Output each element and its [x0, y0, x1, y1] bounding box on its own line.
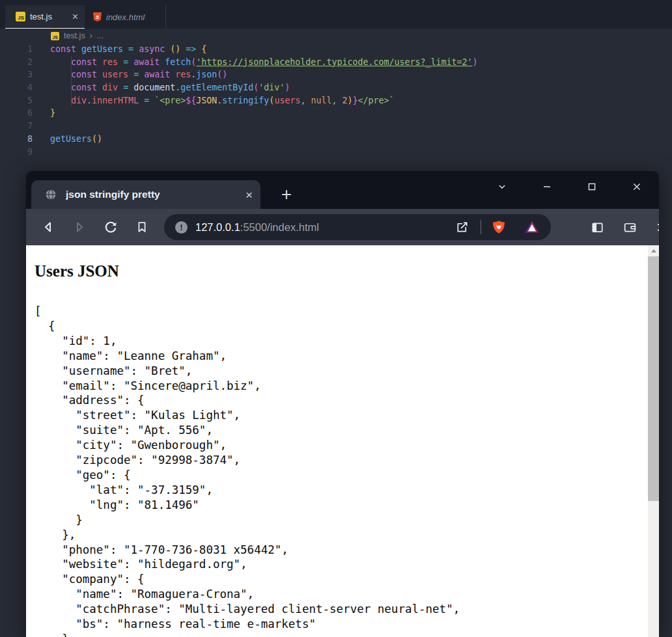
close-icon[interactable]	[629, 179, 645, 195]
json-output: [ { "id": 1, "name": "Leanne Graham", "u…	[35, 304, 460, 637]
breadcrumb-separator-icon: ›	[90, 31, 92, 40]
url-host: 127.0.0.1	[195, 221, 240, 233]
browser-page-content: Users JSON [ { "id": 1, "name": "Leanne …	[26, 245, 659, 637]
address-bar-divider	[481, 220, 481, 234]
line-number: 5	[0, 94, 33, 107]
browser-tab-title: json stringify pretty	[66, 189, 245, 200]
editor-tab-label: test.js	[30, 12, 52, 21]
editor-tab-bar: JS test.js × 5 index.html	[0, 0, 672, 29]
code-line[interactable]: 6}	[0, 107, 672, 120]
minimize-icon[interactable]	[539, 179, 555, 195]
editor-tab-indexhtml[interactable]: 5 index.html	[87, 5, 166, 29]
share-icon[interactable]	[453, 219, 470, 236]
close-tab-icon[interactable]: ×	[245, 189, 253, 201]
maximize-icon[interactable]	[584, 179, 600, 195]
breadcrumb[interactable]: JS test.js › ...	[0, 29, 672, 43]
reload-icon[interactable]	[102, 219, 119, 236]
scrollbar-thumb[interactable]	[648, 256, 659, 501]
line-number: 7	[0, 120, 33, 133]
code-line[interactable]: 4 const div = document.getElementById('d…	[0, 81, 672, 94]
code-line[interactable]: 5 div.innerHTML = `<pre>${JSON.stringify…	[0, 94, 672, 107]
code-line[interactable]: 1const getUsers = async () => {	[0, 43, 672, 56]
site-info-icon[interactable]: !	[175, 221, 188, 234]
js-file-icon: JS	[16, 12, 25, 21]
code-line[interactable]: 2 const res = await fetch('https://jsonp…	[0, 56, 672, 69]
html-file-icon: 5	[93, 12, 102, 21]
code-line[interactable]: 9	[0, 146, 672, 159]
wallet-icon[interactable]	[621, 219, 638, 236]
line-number: 4	[0, 81, 33, 94]
new-tab-button[interactable]: +	[272, 180, 301, 209]
url-text[interactable]: 127.0.0.1:5500/index.html	[195, 221, 319, 234]
breadcrumb-file[interactable]: test.js	[64, 31, 85, 40]
menu-icon[interactable]	[653, 219, 659, 236]
line-number: 9	[0, 146, 33, 159]
browser-toolbar: ! 127.0.0.1:5500/index.html	[26, 209, 659, 245]
browser-tab[interactable]: json stringify pretty ×	[31, 180, 260, 209]
forward-icon[interactable]	[71, 219, 88, 236]
scrollbar[interactable]	[648, 245, 659, 637]
browser-window: json stringify pretty × +	[26, 171, 659, 637]
js-file-icon: JS	[51, 32, 59, 40]
brave-shields-icon[interactable]	[490, 219, 507, 236]
code-editor-area[interactable]: 1const getUsers = async () => {2 const r…	[0, 43, 672, 158]
line-number: 8	[0, 133, 33, 146]
brave-rewards-bat-icon[interactable]	[524, 219, 540, 236]
line-number: 1	[0, 43, 33, 56]
url-path: :5500/index.html	[240, 221, 319, 233]
scrollbar-up-arrow-icon[interactable]	[648, 245, 659, 256]
code-line[interactable]: 3 const users = await res.json()	[0, 68, 672, 81]
globe-icon	[44, 188, 57, 201]
chevron-down-icon[interactable]	[494, 179, 510, 195]
line-number: 6	[0, 107, 33, 120]
editor-tab-testjs[interactable]: JS test.js ×	[5, 5, 85, 29]
indent-guide	[71, 56, 72, 107]
breadcrumb-ellipsis[interactable]: ...	[97, 31, 104, 40]
browser-tab-strip: json stringify pretty × +	[26, 171, 659, 209]
line-number: 2	[0, 56, 33, 69]
sidebar-icon[interactable]	[589, 219, 606, 236]
page-title: Users JSON	[35, 262, 119, 280]
close-tab-icon[interactable]: ×	[72, 12, 78, 22]
code-line[interactable]: 8getUsers()	[0, 133, 672, 146]
address-bar[interactable]: ! 127.0.0.1:5500/index.html	[164, 214, 551, 240]
editor-tab-label: index.html	[106, 12, 145, 22]
bookmark-icon[interactable]	[133, 219, 150, 236]
line-number: 3	[0, 68, 33, 81]
back-icon[interactable]	[40, 219, 57, 236]
code-line[interactable]: 7	[0, 120, 672, 133]
